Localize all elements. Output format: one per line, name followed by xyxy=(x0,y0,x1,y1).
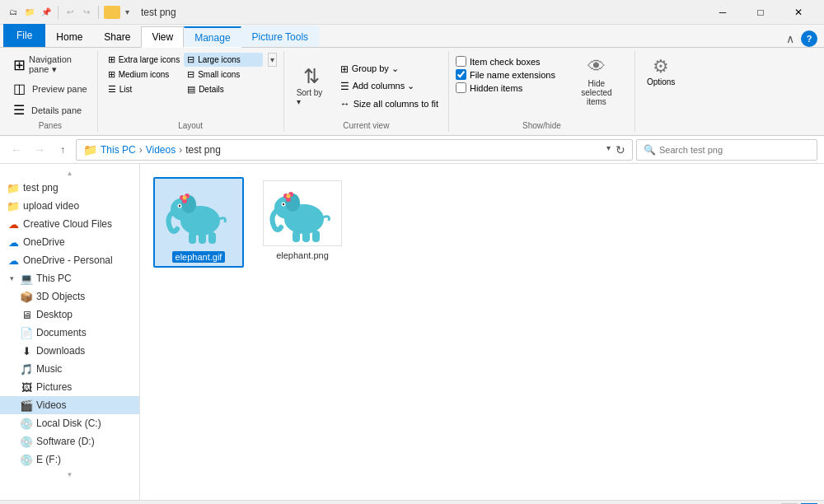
ribbon-content: ⊞ Navigationpane ▾ ◫ Preview pane ☰ Deta… xyxy=(0,48,824,135)
item-check-boxes-checkbox[interactable] xyxy=(456,56,466,67)
list-icon: ☰ xyxy=(108,84,116,95)
add-columns-button[interactable]: ☰ Add columns ⌄ xyxy=(337,79,442,94)
breadcrumb-videos[interactable]: Videos xyxy=(146,144,176,156)
back-button[interactable]: ← xyxy=(7,140,26,160)
layout-content: ⊞ Extra large icons ⊟ Large icons ⊞ Medi… xyxy=(105,53,277,119)
ribbon-group-layout: ⊞ Extra large icons ⊟ Large icons ⊞ Medi… xyxy=(98,51,284,132)
sidebar-item-onedrive-personal[interactable]: ☁ OneDrive - Personal xyxy=(0,251,139,269)
sidebar-item-documents[interactable]: 📄 Documents xyxy=(0,324,139,342)
sidebar-label-upload-video: upload video xyxy=(23,200,79,212)
layout-grid: ⊞ Extra large icons ⊟ Large icons ⊞ Medi… xyxy=(105,53,263,96)
sidebar-item-creative-cloud[interactable]: ☁ Creative Cloud Files xyxy=(0,215,139,233)
disk-icon-e: 💿 xyxy=(20,453,33,466)
medium-icons-button[interactable]: ⊞ Medium icons xyxy=(105,68,183,82)
sort-by-area: ⇅ Sort by ▾ ⊞ Group by ⌄ ☰ Add columns ⌄ xyxy=(291,62,442,111)
breadcrumb-sep1: › xyxy=(139,144,143,156)
search-input[interactable] xyxy=(659,145,810,155)
undo-icon[interactable]: ↩ xyxy=(63,6,77,19)
small-icons-button[interactable]: ⊟ Small icons xyxy=(184,68,262,82)
sidebar-item-desktop[interactable]: 🖥 Desktop xyxy=(0,306,139,324)
details-button[interactable]: ▤ Details xyxy=(184,82,262,96)
search-bar[interactable]: 🔍 xyxy=(636,139,817,161)
breadcrumb-arrow[interactable]: ▾ xyxy=(606,143,611,156)
cv-buttons: ⊞ Group by ⌄ ☰ Add columns ⌄ ↔ Size all … xyxy=(337,62,442,111)
redo-icon[interactable]: ↪ xyxy=(80,6,93,19)
sidebar-item-videos[interactable]: 🎬 Videos xyxy=(0,396,139,414)
sort-icon: ⇅ xyxy=(303,67,320,86)
show-hide-content: Item check boxes File name extensions Hi… xyxy=(456,53,628,119)
maximize-button[interactable]: □ xyxy=(742,0,780,25)
breadcrumb-this-pc[interactable]: This PC xyxy=(101,144,136,156)
sidebar-item-software-d[interactable]: 💿 Software (D:) xyxy=(0,432,139,450)
new-folder-icon[interactable]: 📁 xyxy=(23,6,36,19)
tab-picture-tools[interactable]: Picture Tools xyxy=(241,26,319,47)
sidebar-item-drive-e[interactable]: 💿 E (F:) xyxy=(0,450,139,469)
svg-point-4 xyxy=(179,205,180,207)
details-pane-button[interactable]: ☰ Details pane xyxy=(10,100,85,119)
up-button[interactable]: ↑ xyxy=(53,140,73,160)
title-bar-icons: 🗂 📁 📌 ↩ ↪ ▾ xyxy=(7,6,129,19)
list-button[interactable]: ☰ List xyxy=(105,82,183,96)
help-icon[interactable]: ? xyxy=(801,30,817,47)
sidebar-label-software-d: Software (D:) xyxy=(36,436,95,447)
hidden-items-row[interactable]: Hidden items xyxy=(456,82,555,93)
breadcrumb-bar[interactable]: 📁 This PC › Videos › test png ▾ ↻ xyxy=(76,139,633,161)
divider2 xyxy=(98,6,99,19)
sidebar-item-this-pc[interactable]: ▾ 💻 This PC xyxy=(0,269,139,287)
extra-large-icons-button[interactable]: ⊞ Extra large icons xyxy=(105,53,183,67)
details-view-icon: ▤ xyxy=(187,84,195,95)
sidebar-label-creative-cloud: Creative Cloud Files xyxy=(23,218,112,230)
sidebar-item-upload-video[interactable]: 📁 upload video xyxy=(0,197,139,215)
forward-button[interactable]: → xyxy=(30,140,49,160)
folder-icon-desktop: 🖥 xyxy=(20,308,33,321)
sort-by-button[interactable]: ⇅ Sort by ▾ xyxy=(291,63,332,110)
sidebar-item-local-disk[interactable]: 💿 Local Disk (C:) xyxy=(0,414,139,432)
size-all-columns-button[interactable]: ↔ Size all columns to fit xyxy=(337,96,442,111)
group-by-button[interactable]: ⊞ Group by ⌄ xyxy=(337,62,442,77)
nav-pane-icon: ⊞ xyxy=(13,56,26,74)
file-name-extensions-row[interactable]: File name extensions xyxy=(456,69,555,80)
close-button[interactable]: ✕ xyxy=(780,0,817,25)
videos-icon: 🎬 xyxy=(20,399,33,412)
file-item-elephant-png[interactable]: elephant.png xyxy=(257,177,348,268)
minimize-button[interactable]: ─ xyxy=(704,0,742,25)
sidebar-item-music[interactable]: 🎵 Music xyxy=(0,360,139,378)
sidebar-item-test-png[interactable]: 📁 test png xyxy=(0,179,139,197)
preview-label: Preview pane xyxy=(32,84,87,94)
file-area: elephant.gif xyxy=(140,164,824,500)
layout-dropdown-arrow[interactable]: ▾ xyxy=(266,53,277,67)
hide-selected-button[interactable]: 👁 Hide selected items xyxy=(565,53,628,110)
sidebar-item-scroll-up[interactable]: ▲ xyxy=(0,167,139,179)
pc-icon: 💻 xyxy=(20,272,33,285)
folder-dropdown[interactable]: ▾ xyxy=(125,7,129,16)
tab-share[interactable]: Share xyxy=(93,26,141,47)
tab-file[interactable]: File xyxy=(3,24,45,47)
tab-view[interactable]: View xyxy=(141,26,184,48)
sidebar-item-scroll-down[interactable]: ▼ xyxy=(0,469,139,480)
breadcrumb-refresh[interactable]: ↻ xyxy=(616,143,625,156)
options-button[interactable]: ⚙ Options xyxy=(642,53,680,90)
elephant-png-image xyxy=(269,184,335,242)
hidden-items-checkbox[interactable] xyxy=(456,82,466,93)
collapse-ribbon-icon[interactable]: ∧ xyxy=(786,32,794,45)
file-item-elephant-gif[interactable]: elephant.gif xyxy=(153,177,244,268)
pin-icon[interactable]: 📌 xyxy=(40,6,53,19)
preview-pane-button[interactable]: ◫ Preview pane xyxy=(10,79,91,98)
ribbon-tabs: File Home Share View Manage Picture Tool… xyxy=(0,25,824,48)
tab-manage[interactable]: Manage xyxy=(184,26,241,48)
folder-icon-downloads: ⬇ xyxy=(20,344,33,357)
sidebar-item-onedrive[interactable]: ☁ OneDrive xyxy=(0,233,139,251)
options-label: Options xyxy=(647,77,675,86)
folder-icon-upload-video: 📁 xyxy=(7,199,20,212)
nav-pane-label: Navigationpane ▾ xyxy=(29,54,72,75)
file-name-extensions-checkbox[interactable] xyxy=(456,69,466,80)
sidebar-item-3d-objects[interactable]: 📦 3D Objects xyxy=(0,287,139,306)
tab-home[interactable]: Home xyxy=(45,26,93,47)
sidebar-label-onedrive: OneDrive xyxy=(23,236,65,248)
large-icons-button[interactable]: ⊟ Large icons xyxy=(184,53,262,67)
item-check-boxes-row[interactable]: Item check boxes xyxy=(456,56,555,67)
sidebar-item-pictures[interactable]: 🖼 Pictures xyxy=(0,378,139,396)
divider xyxy=(58,6,59,19)
nav-pane-button[interactable]: ⊞ Navigationpane ▾ xyxy=(10,53,75,77)
sidebar-item-downloads[interactable]: ⬇ Downloads xyxy=(0,342,139,360)
